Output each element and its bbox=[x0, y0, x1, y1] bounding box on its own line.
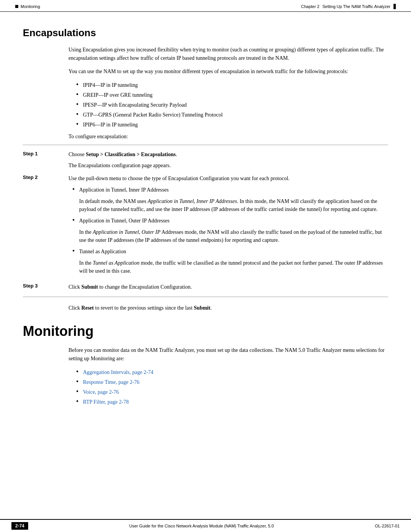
bullet-icon: • bbox=[76, 101, 83, 109]
sub-item-3-para: In the Tunnel as Application mode, the t… bbox=[79, 259, 388, 275]
list-item: • IPESP—IP with Encapsulating Security P… bbox=[76, 101, 388, 109]
monitoring-para: Before you can monitor data on the NAM T… bbox=[68, 346, 388, 363]
step-1-row: Step 1 Choose Setup > Classification > E… bbox=[23, 150, 388, 170]
step-2-text: Use the pull-down menu to choose the typ… bbox=[68, 176, 290, 181]
step-2-sub-list: • Application in Tunnel, Inner IP Addres… bbox=[72, 186, 388, 275]
step-1-label-col: Step 1 bbox=[23, 150, 68, 157]
header-right: Chapter 2 Setting Up The NAM Traffic Ana… bbox=[301, 4, 396, 9]
step-3-row: Step 3 Click Submit to change the Encaps… bbox=[23, 283, 388, 291]
monitoring-links-list: • Aggregation Intervals, page 2-74 • Res… bbox=[76, 368, 388, 406]
list-item: • Voice, page 2-76 bbox=[76, 388, 388, 396]
step-1-sub: The Encapsulations configuration page ap… bbox=[68, 161, 388, 170]
list-item: • RTP Filter, page 2-78 bbox=[76, 398, 388, 406]
step-1-content: Choose Setup > Classification > Encapsul… bbox=[68, 150, 388, 170]
italic-text: Tunnel as Application bbox=[93, 260, 140, 266]
bullet-icon: • bbox=[72, 216, 79, 225]
page-footer: 2-74 User Guide for the Cisco Network An… bbox=[0, 519, 411, 532]
bullet-text: GREIP—IP over GRE tunneling bbox=[83, 91, 153, 99]
bullet-icon: • bbox=[72, 247, 79, 256]
list-item: • Aggregation Intervals, page 2-74 bbox=[76, 368, 388, 376]
bullet-icon: • bbox=[76, 368, 83, 376]
bullet-icon: • bbox=[76, 120, 83, 129]
footer-doc-id: OL-22617-01 bbox=[375, 524, 400, 528]
list-item: • IPIP4—IP in IP tunneling bbox=[76, 81, 388, 89]
bullet-icon: • bbox=[76, 81, 83, 89]
encapsulations-para2: You can use the NAM to set up the way yo… bbox=[68, 67, 388, 76]
page-number: 2-74 bbox=[11, 522, 28, 530]
step-3-content: Click Submit to change the Encapsulation… bbox=[68, 283, 388, 291]
sub-item-2-para: In the Application in Tunnel, Outer IP A… bbox=[79, 228, 388, 244]
list-item: • Application in Tunnel, Inner IP Addres… bbox=[72, 186, 388, 194]
sub-item-1-para: In default mode, the NAM uses Applicatio… bbox=[79, 197, 388, 214]
link-response-time[interactable]: Response Time, page 2-76 bbox=[83, 378, 140, 386]
footer-center-text: User Guide for the Cisco Network Analysi… bbox=[28, 524, 375, 528]
encapsulations-para1: Using Encapsulation gives you increased … bbox=[68, 46, 388, 62]
main-content: Encapsulations Using Encapsulation gives… bbox=[0, 12, 411, 421]
step-2-content: Use the pull-down menu to choose the typ… bbox=[68, 174, 388, 278]
bullet-text: IPESP—IP with Encapsulating Security Pay… bbox=[83, 101, 186, 109]
step-2-label: Step 2 bbox=[23, 174, 38, 180]
bullet-icon: • bbox=[72, 185, 79, 194]
submit-bold: Submit bbox=[194, 305, 210, 311]
monitoring-title: Monitoring bbox=[23, 323, 388, 339]
bullet-icon: • bbox=[76, 388, 83, 396]
bullet-icon: • bbox=[76, 91, 83, 99]
configure-label: To configure encapsulation: bbox=[68, 133, 388, 141]
sub-item-2-title: Application in Tunnel, Outer IP Addresse… bbox=[79, 217, 169, 225]
header-bar-icon bbox=[393, 4, 396, 9]
list-item: • GTP—GPRS (General Packet Radio Service… bbox=[76, 111, 388, 119]
encapsulations-title: Encapsulations bbox=[23, 27, 388, 39]
bullet-icon: • bbox=[76, 398, 83, 406]
header-section-label: Monitoring bbox=[21, 4, 40, 9]
step-1-bold-text: Setup > Classification > Encapsulations bbox=[86, 152, 176, 157]
list-item: • Response Time, page 2-76 bbox=[76, 378, 388, 386]
step-1-label: Step 1 bbox=[23, 150, 46, 157]
step-3-label-col: Step 3 bbox=[23, 283, 68, 289]
header-chapter-title: Setting Up The NAM Traffic Analyzer bbox=[322, 4, 390, 9]
reset-note: Click Reset to revert to the previous se… bbox=[68, 304, 388, 312]
header-left: Monitoring bbox=[15, 4, 40, 9]
italic-text: Application in Tunnel, Outer IP bbox=[93, 229, 161, 235]
italic-text: Application in Tunnel, Inner IP Addresse… bbox=[148, 198, 237, 204]
steps-section: Step 1 Choose Setup > Classification > E… bbox=[23, 145, 388, 297]
bullet-text: IPIP6—IP in IP tunneling bbox=[83, 121, 138, 129]
step-3-label: Step 3 bbox=[23, 283, 38, 289]
encapsulations-bullet-list: • IPIP4—IP in IP tunneling • GREIP—IP ov… bbox=[76, 81, 388, 129]
step-2-label-col: Step 2 bbox=[23, 174, 68, 181]
header-chapter: Chapter 2 bbox=[301, 4, 319, 9]
bullet-text: IPIP4—IP in IP tunneling bbox=[83, 81, 138, 89]
link-aggregation-intervals[interactable]: Aggregation Intervals, page 2-74 bbox=[83, 368, 153, 376]
header-icon bbox=[15, 5, 18, 8]
bullet-text: GTP—GPRS (General Packet Radio Service) … bbox=[83, 111, 223, 119]
bullet-icon: • bbox=[76, 110, 83, 119]
list-item: • IPIP6—IP in IP tunneling bbox=[76, 121, 388, 129]
list-item: • Tunnel as Application bbox=[72, 248, 388, 256]
bullet-icon: • bbox=[76, 378, 83, 386]
sub-item-1-title: Application in Tunnel, Inner IP Addresse… bbox=[79, 186, 169, 194]
list-item: • GREIP—IP over GRE tunneling bbox=[76, 91, 388, 99]
step-3-bold: Submit bbox=[81, 284, 98, 290]
list-item: • Application in Tunnel, Outer IP Addres… bbox=[72, 217, 388, 225]
link-rtp-filter[interactable]: RTP Filter, page 2-78 bbox=[83, 398, 129, 406]
reset-bold: Reset bbox=[81, 305, 94, 311]
step-2-row: Step 2 Use the pull-down menu to choose … bbox=[23, 174, 388, 278]
sub-item-3-title: Tunnel as Application bbox=[79, 248, 126, 256]
page-header: Monitoring Chapter 2 Setting Up The NAM … bbox=[0, 0, 411, 12]
link-voice[interactable]: Voice, page 2-76 bbox=[83, 388, 119, 396]
